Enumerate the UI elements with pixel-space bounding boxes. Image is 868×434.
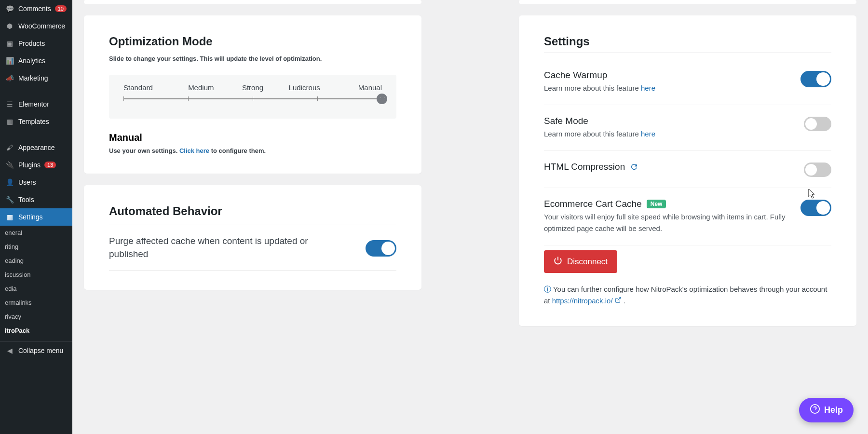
settings-label: Ecommerce Cart Cache New <box>544 199 791 209</box>
woocommerce-icon: ⬢ <box>5 21 14 31</box>
help-label: Help <box>824 405 843 415</box>
configure-link[interactable]: Click here <box>179 147 209 154</box>
sidebar-item-appearance[interactable]: 🖌 Appearance <box>0 139 72 156</box>
badge: 13 <box>44 162 56 168</box>
external-link-icon <box>615 297 624 305</box>
card-ghost <box>84 0 421 4</box>
analytics-icon: 📊 <box>5 56 14 66</box>
settings-icon: ▦ <box>5 212 14 222</box>
submenu-reading[interactable]: eading <box>0 254 72 268</box>
sidebar-item-label: Tools <box>18 196 34 203</box>
submenu-writing[interactable]: riting <box>0 240 72 254</box>
sidebar-item-label: Plugins <box>18 161 41 169</box>
disconnect-button[interactable]: Disconnect <box>544 250 617 273</box>
sidebar-item-marketing[interactable]: 📣 Marketing <box>0 69 72 87</box>
appearance-icon: 🖌 <box>5 143 14 152</box>
slider-label: Manual <box>330 83 382 92</box>
submenu-discussion[interactable]: iscussion <box>0 268 72 282</box>
submenu-general[interactable]: eneral <box>0 226 72 240</box>
sidebar-item-users[interactable]: 👤 Users <box>0 174 72 191</box>
card-title: Settings <box>544 35 831 53</box>
slider-label: Strong <box>227 83 278 92</box>
slider-handle[interactable] <box>377 94 387 104</box>
submenu-media[interactable]: edia <box>0 282 72 296</box>
sidebar-item-plugins[interactable]: 🔌 Plugins 13 <box>0 156 72 174</box>
sidebar-item-label: Analytics <box>18 57 45 65</box>
html-compression-toggle[interactable] <box>804 163 831 177</box>
settings-row-safe-mode: Safe Mode Learn more about this feature … <box>544 105 831 151</box>
power-icon <box>554 256 562 267</box>
settings-label: HTML Compression <box>544 162 794 172</box>
ecommerce-cart-cache-toggle[interactable] <box>800 200 831 216</box>
safe-mode-toggle[interactable] <box>804 117 831 131</box>
plugins-icon: 🔌 <box>5 160 14 170</box>
info-text: ⓘ You can further configure how NitroPac… <box>544 284 831 307</box>
elementor-icon: ☰ <box>5 99 14 109</box>
sidebar-item-label: WooCommerce <box>18 22 65 30</box>
help-icon <box>810 404 820 417</box>
selected-mode-title: Manual <box>109 132 396 143</box>
main-content: Optimization Mode Slide to change your s… <box>72 0 868 434</box>
settings-row-cache-warmup: Cache Warmup Learn more about this featu… <box>544 59 831 105</box>
info-icon: ⓘ <box>544 285 551 293</box>
automated-row: Purge affected cache when content is upd… <box>109 225 396 271</box>
new-badge: New <box>647 200 666 208</box>
settings-desc: Learn more about this feature here <box>544 82 791 94</box>
collapse-label: Collapse menu <box>18 347 63 354</box>
sidebar: 💬 Comments 10 ⬢ WooCommerce ▣ Products 📊… <box>0 0 72 434</box>
automated-card: Automated Behavior Purge affected cache … <box>84 185 421 290</box>
selected-mode-desc: Use your own settings. Click here to con… <box>109 147 396 154</box>
sidebar-item-label: Users <box>18 178 36 186</box>
badge: 10 <box>55 5 67 12</box>
sidebar-item-templates[interactable]: ▥ Templates <box>0 113 72 130</box>
card-ghost <box>519 0 856 4</box>
settings-desc: Learn more about this feature here <box>544 128 794 140</box>
tools-icon: 🔧 <box>5 195 14 204</box>
settings-row-ecommerce-cart-cache: Ecommerce Cart Cache New Your visitors w… <box>544 188 831 245</box>
submenu-privacy[interactable]: rivacy <box>0 310 72 324</box>
slider-box: Standard Medium Strong Ludicrous Manual <box>109 75 396 119</box>
slider-label: Medium <box>175 83 227 92</box>
card-subtitle: Slide to change your settings. This will… <box>109 55 396 62</box>
templates-icon: ▥ <box>5 117 14 126</box>
sidebar-item-label: Comments <box>18 5 51 13</box>
refresh-icon[interactable] <box>630 163 638 171</box>
settings-label: Safe Mode <box>544 116 794 126</box>
sidebar-item-label: Marketing <box>18 74 48 82</box>
purge-cache-toggle[interactable] <box>366 240 396 257</box>
users-icon: 👤 <box>5 177 14 187</box>
settings-desc: Your visitors will enjoy full site speed… <box>544 211 791 234</box>
collapse-icon: ◀ <box>5 346 14 355</box>
sidebar-item-elementor[interactable]: ☰ Elementor <box>0 95 72 113</box>
cache-warmup-toggle[interactable] <box>800 71 831 87</box>
submenu-nitropack[interactable]: itroPack <box>0 324 72 338</box>
sidebar-item-comments[interactable]: 💬 Comments 10 <box>0 0 72 17</box>
help-button[interactable]: Help <box>799 398 854 422</box>
nitropack-link[interactable]: https://nitropack.io/ <box>552 297 613 305</box>
marketing-icon: 📣 <box>5 73 14 83</box>
sidebar-item-settings[interactable]: ▦ Settings <box>0 208 72 226</box>
sidebar-item-label: Elementor <box>18 100 49 108</box>
optimization-card: Optimization Mode Slide to change your s… <box>84 15 421 174</box>
slider-track[interactable] <box>123 98 382 99</box>
comments-icon: 💬 <box>5 4 14 14</box>
card-title: Optimization Mode <box>109 35 396 48</box>
sidebar-item-woocommerce[interactable]: ⬢ WooCommerce <box>0 17 72 35</box>
learn-more-link[interactable]: here <box>641 84 655 92</box>
card-title: Automated Behavior <box>109 204 396 218</box>
settings-label: Cache Warmup <box>544 70 791 81</box>
collapse-menu[interactable]: ◀ Collapse menu <box>0 341 72 359</box>
sidebar-item-label: Appearance <box>18 144 55 151</box>
slider-label: Standard <box>123 83 175 92</box>
sidebar-item-label: Templates <box>18 118 49 125</box>
settings-row-html-compression: HTML Compression <box>544 151 831 188</box>
products-icon: ▣ <box>5 39 14 48</box>
settings-card: Settings Cache Warmup Learn more about t… <box>519 15 856 326</box>
automated-row-label: Purge affected cache when content is upd… <box>109 235 312 260</box>
sidebar-item-analytics[interactable]: 📊 Analytics <box>0 52 72 69</box>
sidebar-item-label: Settings <box>18 213 43 221</box>
learn-more-link[interactable]: here <box>641 130 655 138</box>
submenu-permalinks[interactable]: ermalinks <box>0 296 72 310</box>
sidebar-item-products[interactable]: ▣ Products <box>0 35 72 52</box>
sidebar-item-tools[interactable]: 🔧 Tools <box>0 191 72 208</box>
